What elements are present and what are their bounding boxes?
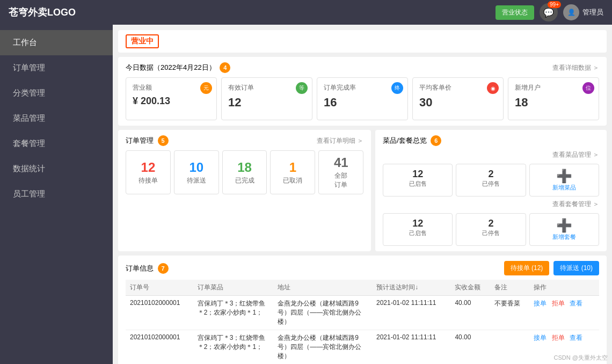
combo-inactive-label: 己停售 xyxy=(461,229,521,237)
today-data-badge: 4 xyxy=(220,62,230,73)
order-table-head: 订单号 订单菜品 地址 预计送达时间↓ 实收金额 备注 操作 xyxy=(126,280,599,296)
today-data-section: 今日数据（2022年4月22日） 4 查看详细数据 ＞ 元 营业额 ¥ 200.… xyxy=(118,57,607,126)
dispatch-num: 10 xyxy=(189,160,203,175)
stat-card-revenue: 元 营业额 ¥ 200.13 xyxy=(126,77,217,120)
combo-active-num: 12 xyxy=(388,218,448,229)
combo-mgmt-link[interactable]: 查看套餐管理 ＞ xyxy=(552,200,599,209)
message-badge: 99+ xyxy=(548,1,561,8)
all-label: 全部订单 xyxy=(334,171,347,190)
stat-card-completion: 终 订单完成率 16 xyxy=(317,77,408,120)
cell-order-no: 20210102000001 xyxy=(126,330,193,365)
waiting-num: 12 xyxy=(141,160,156,175)
order-mgmt-header: 订单管理 5 查看订单明细 ＞ xyxy=(126,135,363,146)
orders-label: 有效订单 xyxy=(228,83,305,92)
today-data-title-text: 今日数据（2022年4月22日） xyxy=(126,63,216,71)
user-avatar: 👤 xyxy=(563,4,579,20)
revenue-label: 营业额 xyxy=(133,83,210,92)
order-info-title: 订单信息 xyxy=(126,264,154,272)
completion-value: 16 xyxy=(324,96,401,110)
order-stat-waiting[interactable]: 12 待接单 xyxy=(126,150,171,194)
revenue-value: ¥ 200.13 xyxy=(133,96,210,107)
stat-card-avg-price: ◉ 平均客单价 30 xyxy=(412,77,504,120)
order-info-badge: 7 xyxy=(158,263,169,274)
action-accept[interactable]: 接单 xyxy=(534,300,547,307)
btn-waiting-orders[interactable]: 待接单 (12) xyxy=(504,261,550,275)
cell-note xyxy=(490,330,530,365)
add-dish-label: 新增菜品 xyxy=(552,184,576,192)
order-stat-all[interactable]: 41 全部订单 xyxy=(318,150,363,194)
dish-grid: 12 已启售 2 已停售 ➕ 新增菜品 xyxy=(383,164,599,196)
combo-inactive-num: 2 xyxy=(461,218,521,229)
biz-status-button[interactable]: 营业状态 xyxy=(496,5,534,20)
col-note: 备注 xyxy=(490,280,530,296)
btn-dispatch-orders[interactable]: 待派送 (10) xyxy=(553,261,599,275)
user-name: 管理员 xyxy=(582,8,603,17)
action-view[interactable]: 查看 xyxy=(570,300,582,307)
dish-overview-section: 菜品/套餐总览 6 查看菜品管理 ＞ 12 已启售 2 已停售 xyxy=(375,130,607,251)
dish-mgmt-link[interactable]: 查看菜品管理 ＞ xyxy=(552,150,599,159)
order-stat-cancelled[interactable]: 1 已取消 xyxy=(270,150,315,194)
order-mgmt-section: 订单管理 5 查看订单明细 ＞ 12 待接单 10 待派送 18 xyxy=(118,130,371,251)
dish-active-label: 已启售 xyxy=(388,180,448,188)
cell-dishes: 宫保鸡丁＊3；红烧带鱼＊2；农家小炒肉＊1； xyxy=(193,296,273,330)
cell-order-no: 20210102000001 xyxy=(126,296,193,330)
combo-active-label: 己启售 xyxy=(388,229,448,237)
order-mgmt-title-wrap: 订单管理 5 xyxy=(126,135,169,146)
table-row: 20210102000001 宫保鸡丁＊3；红烧带鱼＊2；农家小炒肉＊1； 金燕… xyxy=(126,296,599,330)
cell-time: 2021-01-02 11:11:11 xyxy=(372,296,450,330)
col-amount: 实收金额 xyxy=(450,280,490,296)
add-dish-card[interactable]: ➕ 新增菜品 xyxy=(529,164,599,196)
avg-price-label: 平均客单价 xyxy=(419,83,497,92)
dish-overview-title: 菜品/套餐总览 xyxy=(383,136,427,144)
action-accept[interactable]: 接单 xyxy=(534,334,547,341)
message-icon[interactable]: 💬 99+ xyxy=(540,3,558,21)
action-view[interactable]: 查看 xyxy=(570,334,582,341)
cell-dishes: 宫保鸡丁＊3；红烧带鱼＊2；农家小炒肉＊1； xyxy=(193,330,273,365)
sidebar-item-staff[interactable]: 员工管理 xyxy=(0,181,113,207)
cell-address: 金燕龙办公楼（建材城西路9号）四层（——宾馆北侧办公楼） xyxy=(273,330,372,365)
avg-price-badge: ◉ xyxy=(487,82,499,94)
cell-address: 金燕龙办公楼（建材城西路9号）四层（——宾馆北侧办公楼） xyxy=(273,296,372,330)
sidebar: 工作台 订单管理 分类管理 菜品管理 套餐管理 数据统计 员工管理 xyxy=(0,25,113,364)
stat-card-orders: 等 有效订单 12 xyxy=(221,77,312,120)
completion-badge: 终 xyxy=(391,82,403,94)
orders-value: 12 xyxy=(228,96,305,110)
cell-note: 不要香菜 xyxy=(490,296,530,330)
sidebar-item-workbench[interactable]: 工作台 xyxy=(0,30,113,55)
header-right: 营业状态 💬 99+ 👤 管理员 xyxy=(496,3,603,21)
orders-badge: 等 xyxy=(296,82,308,94)
combo-inactive-card: 2 己停售 xyxy=(456,213,526,246)
order-action-buttons: 待接单 (12) 待派送 (10) xyxy=(504,261,599,275)
today-data-detail-link[interactable]: 查看详细数据 ＞ xyxy=(552,63,599,72)
stats-row: 元 营业额 ¥ 200.13 等 有效订单 12 终 订单完成率 16 ◉ 平均… xyxy=(126,77,599,120)
sidebar-item-stats[interactable]: 数据统计 xyxy=(0,156,113,181)
dispatch-label: 待派送 xyxy=(187,176,206,185)
table-row: 20210102000001 宫保鸡丁＊3；红烧带鱼＊2；农家小炒肉＊1； 金燕… xyxy=(126,330,599,365)
dish-overview-badge: 6 xyxy=(431,135,441,146)
order-mgmt-detail-link[interactable]: 查看订单明细 ＞ xyxy=(317,136,363,145)
order-stat-dispatch[interactable]: 10 待派送 xyxy=(174,150,219,194)
sidebar-item-combos[interactable]: 套餐管理 xyxy=(0,131,113,156)
cancelled-num: 1 xyxy=(289,160,296,175)
dish-overview-header: 菜品/套餐总览 6 xyxy=(383,135,599,146)
revenue-badge: 元 xyxy=(200,82,212,94)
dish-inactive-num: 2 xyxy=(461,169,521,180)
sidebar-item-orders[interactable]: 订单管理 xyxy=(0,55,113,81)
col-time: 预计送达时间↓ xyxy=(372,280,450,296)
biz-open-status: 营业中 xyxy=(126,34,159,48)
cell-amount: 40.00 xyxy=(450,330,490,365)
new-users-badge: 位 xyxy=(582,82,594,94)
user-info[interactable]: 👤 管理员 xyxy=(563,4,603,20)
order-table: 订单号 订单菜品 地址 预计送达时间↓ 实收金额 备注 操作 202101020… xyxy=(126,280,599,364)
action-reject[interactable]: 拒单 xyxy=(552,300,565,307)
sidebar-item-dishes[interactable]: 菜品管理 xyxy=(0,106,113,131)
order-stats-row: 12 待接单 10 待派送 18 已完成 1 已取消 xyxy=(126,150,363,194)
today-data-title: 今日数据（2022年4月22日） 4 xyxy=(126,62,230,73)
combo-grid: 12 己启售 2 己停售 ➕ 新增套餐 xyxy=(383,213,599,246)
order-stat-done[interactable]: 18 已完成 xyxy=(222,150,267,194)
sidebar-item-categories[interactable]: 分类管理 xyxy=(0,81,113,106)
action-reject[interactable]: 拒单 xyxy=(552,334,565,341)
col-order-no: 订单号 xyxy=(126,280,193,296)
dish-active-num: 12 xyxy=(388,169,448,180)
add-combo-card[interactable]: ➕ 新增套餐 xyxy=(529,213,599,246)
